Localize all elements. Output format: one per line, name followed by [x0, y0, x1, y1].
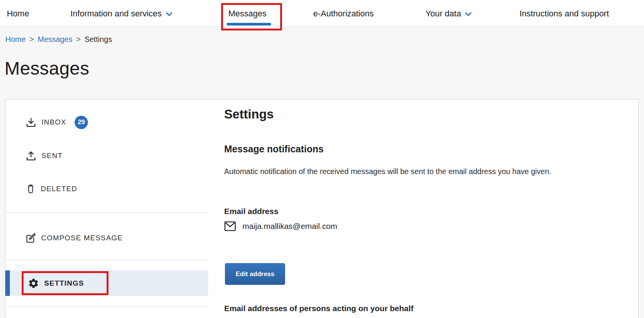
- nav-item-messages-active[interactable]: Messages: [228, 0, 266, 27]
- nav-item-e-authorizations[interactable]: e-Authorizations: [313, 0, 374, 27]
- nav-item-label: Messages: [228, 9, 266, 19]
- nav-item-your-data[interactable]: Your data: [426, 0, 472, 27]
- email-address-label: Email address: [224, 207, 278, 216]
- nav-item-label: Instructions and support: [520, 9, 609, 19]
- sidebar-item-label: SETTINGS: [44, 279, 84, 288]
- breadcrumb-link-home[interactable]: Home: [5, 35, 26, 44]
- nav-item-label: e-Authorizations: [313, 9, 374, 19]
- nav-item-label: Home: [7, 9, 29, 19]
- breadcrumb-separator: >: [76, 35, 81, 44]
- active-tab-underline: [227, 23, 271, 26]
- breadcrumb-separator: >: [29, 35, 34, 44]
- gear-icon: [28, 278, 39, 289]
- sent-upload-icon: [26, 151, 37, 161]
- notifications-description: Automatic notification of the received m…: [224, 164, 563, 179]
- message-notifications-heading: Message notifications: [224, 144, 324, 155]
- chevron-down-icon: [465, 12, 472, 17]
- trash-icon: [26, 184, 36, 194]
- sidebar-item-label: DELETED: [41, 185, 77, 193]
- messages-sidebar: INBOX 29 SENT DELETED: [5, 99, 213, 318]
- page-title: Messages: [5, 58, 89, 79]
- settings-content: Settings Message notifications Automatic…: [224, 99, 635, 318]
- email-address-row: maija.mallikas@email.com: [224, 221, 337, 231]
- sidebar-divider: [6, 306, 208, 307]
- messages-panel: INBOX 29 SENT DELETED: [5, 99, 639, 318]
- nav-item-label: Your data: [426, 9, 461, 19]
- sidebar-item-label: SENT: [41, 152, 62, 160]
- settings-heading: Settings: [224, 107, 274, 121]
- sidebar-divider: [6, 213, 208, 213]
- sidebar-divider: [6, 260, 208, 260]
- breadcrumb-link-messages[interactable]: Messages: [38, 35, 72, 44]
- breadcrumb: Home > Messages > Settings: [5, 35, 112, 44]
- compose-icon: [26, 233, 36, 243]
- sidebar-item-settings-active[interactable]: SETTINGS: [5, 270, 208, 296]
- nav-item-label: Information and services: [70, 9, 162, 19]
- email-address-value: maija.mallikas@email.com: [242, 222, 337, 231]
- edit-address-button[interactable]: Edit address: [225, 263, 285, 285]
- top-nav: Home Information and services Messages e…: [0, 0, 644, 27]
- sidebar-item-label: COMPOSE MESSAGE: [41, 234, 123, 242]
- unread-count-badge: 29: [75, 116, 88, 129]
- sidebar-item-label: INBOX: [41, 118, 66, 126]
- inbox-download-icon: [26, 117, 37, 128]
- sidebar-item-deleted[interactable]: DELETED: [5, 178, 208, 200]
- nav-item-home[interactable]: Home: [7, 0, 29, 27]
- envelope-icon: [224, 221, 236, 231]
- sidebar-item-inbox[interactable]: INBOX 29: [5, 112, 208, 133]
- breadcrumb-current-settings: Settings: [84, 35, 112, 44]
- sidebar-item-compose-message[interactable]: COMPOSE MESSAGE: [5, 227, 208, 249]
- chevron-down-icon: [166, 12, 172, 17]
- nav-item-information-and-services[interactable]: Information and services: [70, 0, 172, 27]
- nav-item-instructions-and-support[interactable]: Instructions and support: [520, 0, 609, 27]
- behalf-emails-heading: Email addresses of persons acting on you…: [224, 304, 413, 313]
- sidebar-item-sent[interactable]: SENT: [5, 145, 208, 166]
